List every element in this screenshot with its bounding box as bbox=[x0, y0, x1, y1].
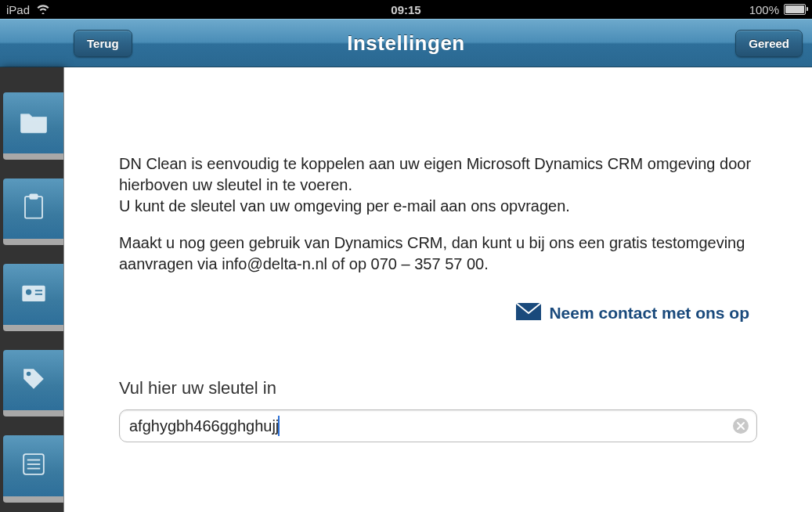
mail-icon bbox=[516, 303, 541, 323]
info-paragraph-1a: DN Clean is eenvoudig te koppelen aan uw… bbox=[119, 155, 751, 193]
svg-rect-4 bbox=[34, 290, 42, 291]
sidebar-item-contact[interactable] bbox=[3, 264, 63, 331]
clipboard-icon bbox=[16, 189, 51, 227]
back-button[interactable]: Terug bbox=[74, 30, 132, 57]
folder-icon bbox=[16, 104, 51, 142]
info-paragraph-2: Maakt u nog geen gebruik van Dynamics CR… bbox=[119, 233, 757, 275]
battery-icon bbox=[784, 4, 806, 15]
list-icon bbox=[16, 447, 51, 485]
sidebar-item-folder[interactable] bbox=[3, 92, 63, 160]
svg-rect-1 bbox=[29, 194, 38, 200]
tag-icon bbox=[16, 362, 51, 399]
sidebar-item-list[interactable] bbox=[3, 435, 63, 503]
key-input[interactable] bbox=[119, 409, 757, 442]
contact-card-icon bbox=[16, 276, 51, 313]
nav-bar: Terug Instellingen Gereed bbox=[0, 19, 812, 67]
clear-input-icon[interactable] bbox=[732, 417, 749, 434]
main-content: DN Clean is eenvoudig te koppelen aan uw… bbox=[64, 67, 812, 512]
page-title: Instellingen bbox=[347, 31, 464, 56]
svg-point-3 bbox=[25, 289, 31, 294]
svg-rect-0 bbox=[25, 197, 42, 218]
contact-link-row[interactable]: Neem contact met ons op bbox=[119, 303, 757, 323]
status-bar: iPad 09:15 100% bbox=[0, 0, 812, 19]
sidebar-item-tag[interactable] bbox=[3, 350, 63, 417]
svg-rect-5 bbox=[34, 294, 42, 295]
wifi-icon bbox=[36, 3, 50, 16]
info-paragraph-1b: U kunt de sleutel van uw omgeving per e-… bbox=[119, 197, 570, 215]
battery-percentage: 100% bbox=[749, 3, 779, 16]
done-button[interactable]: Gereed bbox=[735, 30, 803, 57]
text-cursor bbox=[278, 416, 280, 436]
svg-point-6 bbox=[26, 371, 31, 376]
key-field-label: Vul hier uw sleutel in bbox=[119, 378, 757, 398]
device-name: iPad bbox=[6, 3, 30, 16]
info-text: DN Clean is eenvoudig te koppelen aan uw… bbox=[119, 153, 757, 275]
sidebar bbox=[0, 67, 64, 512]
clock: 09:15 bbox=[391, 3, 420, 16]
sidebar-item-clipboard[interactable] bbox=[3, 178, 63, 246]
contact-link-text[interactable]: Neem contact met ons op bbox=[549, 304, 749, 323]
